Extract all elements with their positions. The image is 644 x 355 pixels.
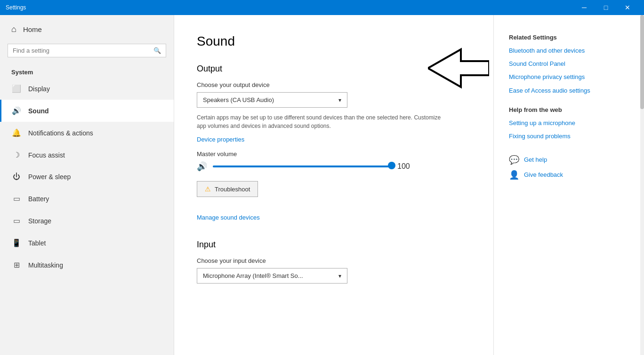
help-from-web-title: Help from the web bbox=[509, 106, 633, 113]
volume-fill bbox=[213, 166, 392, 167]
sidebar-item-tablet[interactable]: 📱 Tablet bbox=[0, 232, 174, 254]
sidebar-item-storage[interactable]: ▭ Storage bbox=[0, 210, 174, 232]
give-feedback-row[interactable]: 👤 Give feedback bbox=[509, 170, 633, 180]
sidebar-battery-label: Battery bbox=[28, 195, 49, 203]
sidebar-item-multitasking[interactable]: ⊞ Multitasking bbox=[0, 254, 174, 276]
sidebar-sound-label: Sound bbox=[28, 107, 49, 115]
scrollbar[interactable] bbox=[640, 15, 644, 355]
search-input[interactable] bbox=[13, 47, 150, 54]
manage-sound-link[interactable]: Manage sound devices bbox=[197, 214, 260, 221]
get-help-link[interactable]: Get help bbox=[524, 156, 547, 164]
power-icon: ⏻ bbox=[11, 173, 22, 181]
app-title: Settings bbox=[6, 4, 26, 11]
get-help-icon: 💬 bbox=[509, 155, 519, 165]
focus-icon: ☽ bbox=[11, 150, 22, 159]
battery-icon: ▭ bbox=[11, 194, 22, 203]
sidebar-item-battery[interactable]: ▭ Battery bbox=[0, 188, 174, 210]
sidebar-item-display[interactable]: ⬜ Display bbox=[0, 78, 174, 100]
home-icon: ⌂ bbox=[11, 24, 16, 34]
storage-icon: ▭ bbox=[11, 216, 22, 225]
search-box[interactable]: 🔍 bbox=[8, 44, 166, 57]
scrollbar-thumb[interactable] bbox=[640, 15, 644, 109]
title-bar: Settings ─ □ ✕ bbox=[0, 0, 644, 15]
close-button[interactable]: ✕ bbox=[617, 0, 638, 15]
home-label: Home bbox=[23, 25, 42, 33]
display-icon: ⬜ bbox=[11, 84, 22, 93]
volume-thumb[interactable] bbox=[388, 162, 395, 169]
sidebar-item-focus[interactable]: ☽ Focus assist bbox=[0, 144, 174, 166]
give-feedback-link[interactable]: Give feedback bbox=[524, 171, 563, 179]
sidebar-power-label: Power & sleep bbox=[28, 173, 71, 181]
window-controls: ─ □ ✕ bbox=[573, 0, 638, 15]
volume-value: 100 bbox=[397, 162, 416, 171]
sidebar-tablet-label: Tablet bbox=[28, 239, 46, 247]
sound-control-panel-link[interactable]: Sound Control Panel bbox=[509, 60, 633, 68]
bluetooth-link[interactable]: Bluetooth and other devices bbox=[509, 47, 633, 55]
ease-access-link[interactable]: Ease of Access audio settings bbox=[509, 87, 633, 95]
speaker-icon: 🔊 bbox=[197, 161, 207, 172]
right-panel: Related Settings Bluetooth and other dev… bbox=[493, 15, 644, 355]
output-device-label: Choose your output device bbox=[197, 81, 471, 88]
output-device-select[interactable]: Speakers (CA USB Audio) ▾ bbox=[197, 92, 347, 108]
input-section-title: Input bbox=[197, 240, 471, 250]
multitasking-icon: ⊞ bbox=[11, 260, 22, 269]
related-settings-title: Related Settings bbox=[509, 34, 633, 41]
sidebar-section-title: System bbox=[0, 65, 174, 78]
minimize-button[interactable]: ─ bbox=[573, 0, 595, 15]
input-device-label: Choose your input device bbox=[197, 257, 471, 264]
troubleshoot-button[interactable]: ⚠ Troubleshoot bbox=[197, 181, 258, 197]
main-content: Sound Output Choose your output device S… bbox=[174, 15, 493, 355]
volume-row: 🔊 100 bbox=[197, 161, 471, 172]
output-info-text: Certain apps may be set up to use differ… bbox=[197, 113, 442, 130]
search-icon: 🔍 bbox=[153, 47, 161, 54]
microphone-privacy-link[interactable]: Microphone privacy settings bbox=[509, 73, 633, 81]
sidebar-item-sound[interactable]: 🔊 Sound bbox=[0, 100, 174, 122]
feedback-icon: 👤 bbox=[509, 170, 519, 180]
volume-slider[interactable] bbox=[213, 166, 392, 167]
sidebar-home[interactable]: ⌂ Home bbox=[0, 15, 174, 44]
sidebar-storage-label: Storage bbox=[28, 217, 51, 225]
get-help-row[interactable]: 💬 Get help bbox=[509, 155, 633, 165]
sidebar-item-power[interactable]: ⏻ Power & sleep bbox=[0, 166, 174, 188]
device-properties-link[interactable]: Device properties bbox=[197, 136, 244, 143]
input-device-value: Microphone Array (Intel® Smart So... bbox=[203, 272, 303, 279]
fix-sound-link[interactable]: Fixing sound problems bbox=[509, 132, 633, 141]
sidebar-display-label: Display bbox=[28, 85, 50, 93]
maximize-button[interactable]: □ bbox=[595, 0, 617, 15]
master-volume-label: Master volume bbox=[197, 150, 471, 158]
app-body: ⌂ Home 🔍 System ⬜ Display 🔊 Sound 🔔 Noti… bbox=[0, 15, 644, 355]
warning-icon: ⚠ bbox=[205, 185, 211, 193]
sidebar-multitasking-label: Multitasking bbox=[28, 261, 63, 269]
sidebar-notifications-label: Notifications & actions bbox=[28, 129, 93, 137]
sidebar: ⌂ Home 🔍 System ⬜ Display 🔊 Sound 🔔 Noti… bbox=[0, 15, 174, 355]
output-chevron-icon: ▾ bbox=[338, 97, 341, 103]
sound-icon: 🔊 bbox=[11, 106, 22, 115]
input-chevron-icon: ▾ bbox=[338, 273, 341, 279]
input-section: Input Choose your input device Microphon… bbox=[197, 240, 471, 284]
troubleshoot-label: Troubleshoot bbox=[215, 186, 250, 193]
output-section-title: Output bbox=[197, 64, 471, 74]
output-device-value: Speakers (CA USB Audio) bbox=[203, 96, 274, 103]
sidebar-focus-label: Focus assist bbox=[28, 151, 65, 159]
input-device-select[interactable]: Microphone Array (Intel® Smart So... ▾ bbox=[197, 268, 347, 284]
sidebar-item-notifications[interactable]: 🔔 Notifications & actions bbox=[0, 122, 174, 144]
setup-mic-link[interactable]: Setting up a microphone bbox=[509, 119, 633, 127]
notifications-icon: 🔔 bbox=[11, 128, 22, 137]
page-title: Sound bbox=[197, 34, 471, 49]
tablet-icon: 📱 bbox=[11, 238, 22, 247]
